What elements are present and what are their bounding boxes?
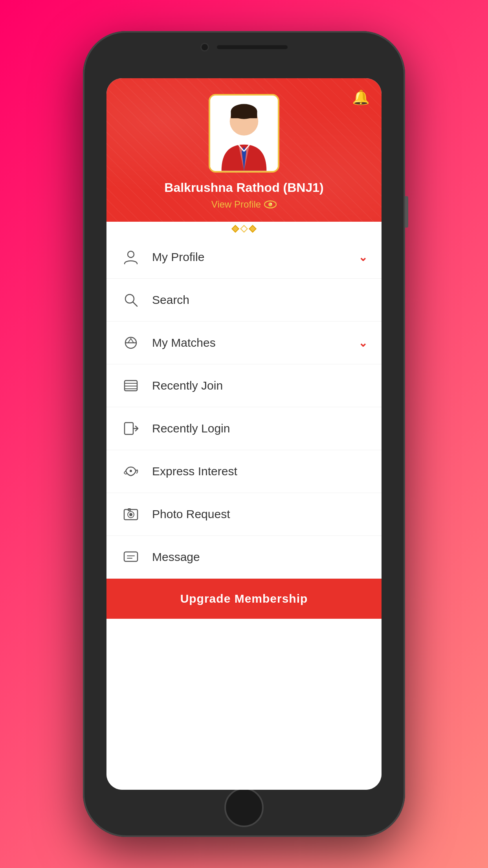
avatar-image [210,94,278,173]
phone-screen: 🔔 [106,78,382,790]
menu-item-my-profile[interactable]: My Profile ⌄ [106,236,382,279]
phone-shell: 🔔 [83,31,405,837]
menu-label-photo-request: Photo Request [152,508,367,521]
recently-join-icon [121,375,141,396]
message-icon [121,547,141,567]
diamond-right [249,225,257,233]
recently-login-icon [121,418,141,439]
menu-label-recently-login: Recently Login [152,422,367,435]
svg-rect-17 [125,423,133,434]
view-profile-label: View Profile [211,199,261,210]
menu-label-message: Message [152,550,367,564]
eye-icon [264,200,277,209]
menu-item-my-matches[interactable]: My Matches ⌄ [106,322,382,364]
svg-rect-24 [124,552,138,561]
menu-list: My Profile ⌄ Search [106,236,382,790]
chevron-my-matches: ⌄ [358,337,367,349]
phone-camera [200,43,209,51]
menu-label-search: Search [152,293,367,307]
svg-line-10 [133,302,137,306]
upgrade-membership-button[interactable]: Upgrade Membership [106,579,382,619]
menu-label-recently-join: Recently Join [152,379,367,392]
chevron-my-profile: ⌄ [358,251,367,264]
ornament-divider [106,222,382,236]
search-icon [121,290,141,310]
menu-item-recently-join[interactable]: Recently Join [106,364,382,407]
phone-speaker [217,45,288,49]
menu-item-recently-login[interactable]: Recently Login [106,407,382,450]
profile-header: 🔔 [106,78,382,222]
menu-label-my-matches: My Matches [152,336,347,349]
view-profile-button[interactable]: View Profile [211,199,277,210]
svg-rect-3 [231,112,257,118]
menu-item-message[interactable]: Message [106,536,382,579]
screen-content: 🔔 [106,78,382,790]
person-icon [121,247,141,267]
photo-request-icon [121,504,141,524]
svg-point-8 [128,251,134,257]
user-name: Balkrushna Rathod (BNJ1) [164,180,323,195]
menu-item-search[interactable]: Search [106,279,382,322]
side-button [405,196,408,228]
menu-label-my-profile: My Profile [152,250,347,264]
express-interest-icon [121,461,141,482]
svg-point-6 [268,202,272,206]
matches-icon [121,333,141,353]
avatar[interactable] [209,94,279,173]
phone-top-bar [200,43,288,51]
menu-item-express-interest[interactable]: Express Interest [106,450,382,493]
svg-point-19 [130,470,132,472]
notification-icon[interactable]: 🔔 [352,89,370,106]
menu-item-photo-request[interactable]: Photo Request [106,493,382,536]
diamond-left [231,225,239,233]
phone-home-button[interactable] [224,788,264,827]
diamond-center [240,225,248,233]
svg-point-22 [129,513,132,516]
svg-point-7 [271,203,272,204]
menu-label-express-interest: Express Interest [152,465,367,478]
